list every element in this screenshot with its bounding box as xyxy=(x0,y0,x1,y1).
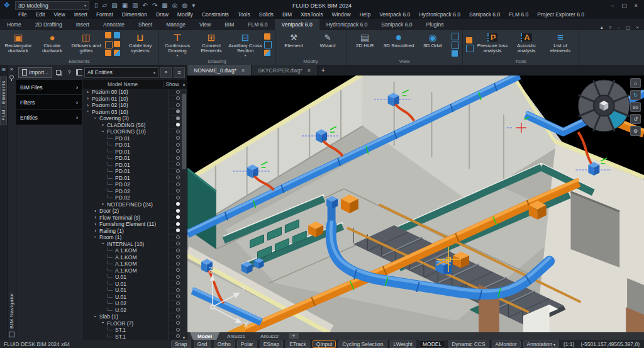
tree-expander[interactable] xyxy=(108,294,113,298)
panel-menu-item[interactable]: Entities › xyxy=(16,110,82,125)
status-toggle-button[interactable]: ESnap xyxy=(260,340,284,348)
flm-elements-tab[interactable]: FLM - Elements xyxy=(0,76,7,125)
visibility-dot[interactable] xyxy=(176,176,180,179)
tree-row[interactable]: Poziom 01 (10) xyxy=(82,96,187,103)
tree-expander[interactable] xyxy=(108,168,113,172)
menu-item[interactable]: Draw xyxy=(152,11,173,19)
render-icon[interactable]: ◍ xyxy=(182,1,188,11)
tree-expander[interactable] xyxy=(108,194,113,198)
visibility-dot[interactable] xyxy=(176,130,180,133)
status-toggle-button[interactable]: Cycling Selection xyxy=(338,340,387,348)
visibility-dot[interactable] xyxy=(176,321,180,325)
visibility-dot[interactable] xyxy=(176,235,180,239)
tree-row[interactable]: PD.01 xyxy=(82,155,187,162)
tree-expander[interactable] xyxy=(108,162,113,166)
ribbon-tab[interactable]: Hydronicpack 6.0 xyxy=(319,19,375,30)
tree-row[interactable]: A.1.KOM xyxy=(82,254,187,261)
menu-item[interactable]: Solids xyxy=(255,11,278,19)
status-toggle-button[interactable]: LWeight xyxy=(390,340,416,348)
visibility-dot[interactable] xyxy=(176,162,180,166)
tree-row[interactable]: PD.02 xyxy=(82,194,187,201)
tree-row[interactable]: Room (1) xyxy=(82,234,187,241)
ribbon-tab[interactable]: Plugins xyxy=(419,19,451,30)
tree-row[interactable]: PD.01 xyxy=(82,142,187,149)
tree-expander[interactable] xyxy=(92,314,98,320)
tree-expander[interactable] xyxy=(108,254,113,258)
undo-icon[interactable]: ↶ xyxy=(143,1,148,11)
fitting-icon[interactable] xyxy=(105,32,111,38)
ribbon-tab[interactable]: Ventpack 6.0 xyxy=(275,19,319,30)
status-toggle-button[interactable]: Snap xyxy=(171,340,191,348)
menu-item[interactable]: Hydronicpack 6.0 xyxy=(414,11,465,19)
shade-mode-icon[interactable]: ◓ xyxy=(160,67,172,78)
tree-row[interactable]: PD.01 xyxy=(82,168,187,175)
visibility-dot[interactable] xyxy=(176,109,180,113)
close-icon[interactable]: × xyxy=(635,3,638,9)
probe-icon[interactable] xyxy=(466,37,472,43)
ribbon-button[interactable]: Auxiliary Cross Section ▾ xyxy=(228,31,262,58)
3d-viewport-canvas[interactable]: Z Y X xyxy=(187,76,644,332)
status-toggle-button[interactable]: Polar xyxy=(237,340,257,348)
tree-row[interactable]: A.1.KOM xyxy=(82,261,187,267)
ribbon-button[interactable]: Element xyxy=(277,31,311,58)
tree-row[interactable]: NOTDEFINED (24) xyxy=(82,201,187,208)
visibility-dot[interactable] xyxy=(176,288,180,292)
tree-row[interactable]: U.01 xyxy=(82,294,187,301)
visibility-dot[interactable] xyxy=(176,222,180,226)
ribbon-button[interactable]: Rectangular ductwork xyxy=(1,31,35,58)
tree-expander[interactable] xyxy=(92,208,98,214)
layout-tab[interactable]: Model xyxy=(190,332,219,340)
drawing-tab[interactable]: NONAME_0.dwg* × xyxy=(187,65,252,76)
tree-row[interactable]: U.02 xyxy=(82,307,187,314)
spark-icon[interactable] xyxy=(264,33,270,40)
collapse-ribbon-icon[interactable]: ▴ xyxy=(601,25,603,30)
tree-row[interactable]: Poziom 03 (10) xyxy=(82,109,187,116)
tree-row[interactable]: A.1.KOM xyxy=(82,267,187,274)
layout-tab[interactable]: Arkusz1 xyxy=(219,332,253,340)
ribbon-button[interactable]: Pressure loss analysis xyxy=(475,31,509,58)
home-icon[interactable]: ⌂ xyxy=(630,78,641,88)
visibility-dot[interactable] xyxy=(176,136,180,140)
more-dropdown-icon[interactable]: ▾ xyxy=(192,1,195,11)
tree-expander[interactable] xyxy=(92,116,98,121)
tree-row[interactable]: INTERNAL (10) xyxy=(82,241,187,248)
menu-item[interactable]: Project Explorer 6.0 xyxy=(533,11,589,19)
panel-menu-item[interactable]: Filters › xyxy=(16,95,82,110)
orbit-icon[interactable]: ↻ xyxy=(630,90,641,100)
tree-expander[interactable] xyxy=(108,281,113,284)
status-toggle-button[interactable]: MODEL xyxy=(419,340,445,348)
menu-item[interactable]: Insert xyxy=(70,11,92,19)
tree-expander[interactable] xyxy=(108,307,113,311)
tree-row[interactable]: ST.1 xyxy=(82,327,187,334)
tree-expander[interactable] xyxy=(108,155,113,159)
new-drawing-tab-button[interactable]: + xyxy=(318,65,329,76)
visibility-dot[interactable] xyxy=(176,90,180,94)
tree-expander[interactable] xyxy=(100,129,106,135)
tree-expander[interactable] xyxy=(100,201,106,207)
tree-expander[interactable] xyxy=(108,135,113,139)
visibility-dot[interactable] xyxy=(176,242,180,245)
pin-panel-icon[interactable] xyxy=(9,75,14,79)
minimize-icon[interactable]: – xyxy=(611,3,614,9)
visibility-dot[interactable] xyxy=(176,268,180,272)
tree-row[interactable]: Flow Terminal (9) xyxy=(82,215,187,222)
menu-item[interactable]: View xyxy=(49,11,69,19)
tree-expander[interactable] xyxy=(100,241,106,247)
visibility-dot[interactable] xyxy=(176,308,180,312)
tree-expander[interactable] xyxy=(100,122,106,128)
visibility-dot[interactable] xyxy=(176,315,180,318)
tree-row[interactable]: U.01 xyxy=(82,287,187,294)
visibility-dot[interactable] xyxy=(176,295,180,298)
visibility-dot[interactable] xyxy=(176,334,180,338)
visibility-dot[interactable] xyxy=(176,328,180,332)
ribbon-button[interactable]: 3D Orbit xyxy=(416,31,450,58)
cube-top-icon[interactable] xyxy=(452,33,459,40)
status-toggle-button[interactable]: QInput xyxy=(313,340,336,348)
tree-row[interactable]: Covering (3) xyxy=(82,115,187,122)
import-sheet-icon[interactable]: ▤ xyxy=(111,1,117,11)
ribbon-button[interactable]: Circular ductwork xyxy=(35,31,69,58)
visibility-dot[interactable] xyxy=(176,262,180,266)
redo-icon[interactable]: ↷ xyxy=(152,1,157,11)
tree-expander[interactable] xyxy=(85,96,91,101)
help-button[interactable]: ? xyxy=(65,68,74,77)
